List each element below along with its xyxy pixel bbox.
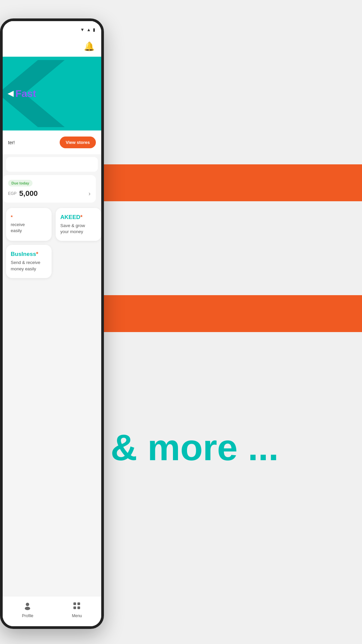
more-text: & more ... <box>111 426 279 469</box>
due-amount-row[interactable]: EGP 5,000 › <box>8 189 90 198</box>
phone-screen: ▼ ▲ ▮ 🔔 ◀ Fast ter! View store <box>3 21 101 626</box>
nav-item-menu[interactable]: Menu <box>72 601 82 618</box>
notification-bell-icon[interactable]: 🔔 <box>84 41 95 52</box>
bottom-nav: Profile Menu <box>3 596 101 626</box>
hero-fast-text: Fast <box>15 88 36 99</box>
profile-label: Profile <box>22 613 33 618</box>
chevron-right-icon: › <box>88 190 90 197</box>
svg-point-2 <box>25 607 30 610</box>
menu-label: Menu <box>72 613 82 618</box>
signal-bars-icon: ▲ <box>86 27 91 32</box>
view-stores-button[interactable]: View stores <box>60 137 96 148</box>
hero-banner: ◀ Fast <box>3 57 101 130</box>
akeed-brand-label: AKEED* <box>60 214 97 221</box>
orange-bar-bottom <box>97 295 362 332</box>
akeed-desc: Save & growyour money <box>60 223 97 235</box>
orange-bar-top <box>97 164 362 201</box>
search-bar <box>6 157 98 172</box>
due-amount-value: 5,000 <box>19 189 38 198</box>
due-today-badge: Due today <box>8 180 33 186</box>
status-icons: ▼ ▲ ▮ <box>80 27 95 32</box>
send-desc: receiveeasily <box>11 222 47 234</box>
business-desc: Send & receivemoney easily <box>11 260 47 272</box>
promo-section: ter! View stores <box>3 130 101 154</box>
back-arrow-icon: ◀ <box>8 89 13 98</box>
svg-rect-5 <box>73 606 76 609</box>
phone-frame: ▼ ▲ ▮ 🔔 ◀ Fast ter! View store <box>0 18 104 629</box>
business-brand-label: BusIness* <box>11 251 47 258</box>
send-receive-card[interactable]: * receiveeasily <box>6 208 52 241</box>
due-currency-label: EGP <box>8 191 16 196</box>
svg-rect-4 <box>77 602 80 605</box>
send-brand-label: * <box>11 214 47 220</box>
feature-cards-section: * receiveeasily AKEED* Save & growyour m… <box>3 208 101 278</box>
profile-icon <box>23 601 32 612</box>
menu-grid-icon <box>72 601 81 612</box>
status-bar: ▼ ▲ ▮ <box>3 21 101 38</box>
akeed-card[interactable]: AKEED* Save & growyour money <box>56 208 101 241</box>
svg-rect-3 <box>73 602 76 605</box>
phone-header: 🔔 <box>3 38 101 57</box>
wifi-icon: ▼ <box>80 27 84 32</box>
promo-text: ter! <box>8 140 15 145</box>
svg-rect-6 <box>77 606 80 609</box>
business-card[interactable]: BusIness* Send & receivemoney easily <box>6 245 52 278</box>
svg-point-1 <box>26 603 29 606</box>
nav-item-profile[interactable]: Profile <box>22 601 33 618</box>
battery-icon: ▮ <box>93 27 95 32</box>
due-today-card: Due today EGP 5,000 › <box>3 175 96 203</box>
